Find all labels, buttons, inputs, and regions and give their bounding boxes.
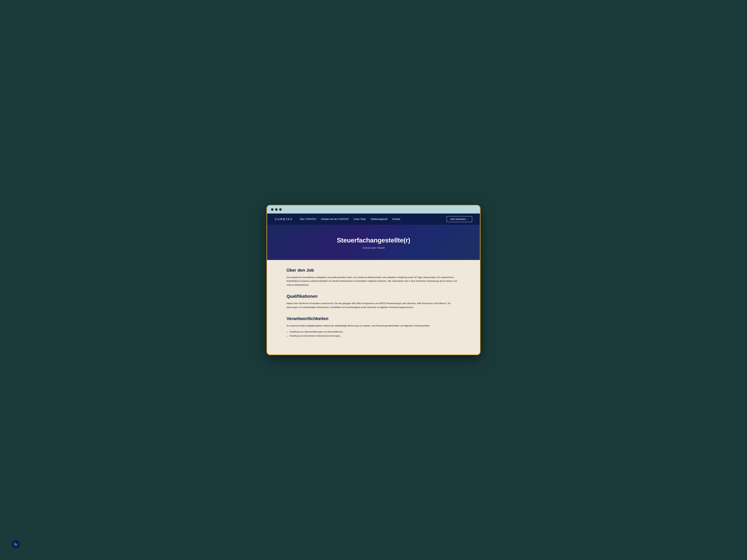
traffic-light-2[interactable] — [275, 208, 278, 211]
nav-link-arbeiten[interactable]: Arbeiten bei der CURATAX — [321, 218, 349, 220]
logo: CURΛTAX — [275, 217, 293, 221]
section-text-verantwortlichkeiten: Ihr anspruchsvolles Aufgabengebiet umfas… — [287, 324, 460, 328]
hero-section: Steuerfachangestellte(r) Vollzeit oder T… — [267, 225, 480, 260]
list-item-2: Erstellung von Einnahmen-Überschussrechn… — [290, 334, 460, 338]
browser-window: CURΛTAX Über CURATAX Arbeiten bei der CU… — [266, 205, 481, 355]
section-title-uber-den-job: Über den Job — [287, 268, 460, 273]
section-title-qualifikationen: Qualifikationen — [287, 294, 460, 299]
section-uber-den-job: Über den Job Sie erwartet ein freundlich… — [287, 268, 460, 287]
list-item-1: Erstellung von Steuererklärungen und Ste… — [290, 330, 460, 334]
content-area: Über den Job Sie erwartet ein freundlich… — [267, 260, 480, 355]
section-text-qualifikationen: Neben Ihrer fachlichen Kompetenz beherrs… — [287, 301, 460, 309]
section-text-uber-den-job: Sie erwartet ein freundliches, kollegial… — [287, 275, 460, 287]
nav-link-unser-team[interactable]: Unser Team — [354, 218, 366, 220]
fingerprint-button[interactable] — [12, 540, 20, 548]
nav-link-stellenangebote[interactable]: Stellenangebote — [371, 218, 388, 220]
fingerprint-icon — [14, 542, 18, 546]
traffic-light-3[interactable] — [279, 208, 282, 211]
hero-subtitle: Vollzeit oder Teilzeit — [275, 246, 472, 249]
nav-link-kontakt[interactable]: Kontakt — [392, 218, 400, 220]
section-verantwortlichkeiten: Verantwortlichkeiten Ihr anspruchsvolles… — [287, 316, 460, 338]
nav-link-uber-curatax[interactable]: Über CURATAX — [300, 218, 316, 220]
verantwortlichkeiten-list: Erstellung von Steuererklärungen und Ste… — [287, 330, 460, 338]
section-title-verantwortlichkeiten: Verantwortlichkeiten — [287, 316, 460, 321]
browser-chrome — [267, 206, 480, 213]
section-qualifikationen: Qualifikationen Neben Ihrer fachlichen K… — [287, 294, 460, 309]
nav-links: Über CURATAX Arbeiten bei der CURATAX Un… — [300, 218, 447, 220]
hero-title: Steuerfachangestellte(r) — [275, 236, 472, 244]
traffic-light-1[interactable] — [271, 208, 274, 211]
navbar: CURΛTAX Über CURATAX Arbeiten bei der CU… — [267, 213, 480, 225]
jetzt-bewerben-button[interactable]: Jetzt bewerben → — [447, 216, 472, 222]
